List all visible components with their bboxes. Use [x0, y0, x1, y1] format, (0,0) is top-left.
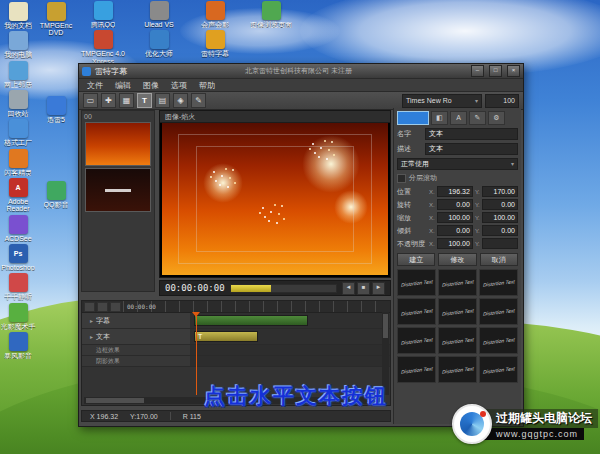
tool-button[interactable]: ▦ — [119, 93, 134, 108]
mute-icon[interactable] — [110, 302, 121, 312]
property-button[interactable]: 修改 — [438, 253, 476, 266]
text-track-lane[interactable]: T — [190, 329, 390, 344]
transform-y-field[interactable]: 100.00 — [482, 212, 518, 223]
maximize-button[interactable]: □ — [489, 65, 502, 77]
menu-item[interactable]: 图像 — [143, 80, 159, 91]
desktop-icon[interactable]: A Adobe Reader — [0, 178, 36, 213]
menu-item[interactable]: 文件 — [87, 80, 103, 91]
texture-style-tile[interactable]: Distortion Text — [479, 356, 518, 383]
playhead-line[interactable] — [196, 312, 197, 395]
desktop-icon[interactable]: 会声会影 — [192, 1, 238, 28]
desktop-icon[interactable]: 迅雷5 — [38, 96, 74, 123]
desktop-icon[interactable]: 图像浏览页面 — [248, 1, 294, 28]
desktop-icon[interactable]: 网上邻居 — [0, 61, 36, 88]
preview-canvas[interactable] — [162, 123, 388, 275]
desktop-icon[interactable]: 暴风影音 — [0, 332, 36, 359]
desktop-icon[interactable]: TMPGEnc DVD Author — [38, 2, 74, 38]
desktop-icon[interactable]: 我的电脑 — [0, 31, 36, 58]
property-button[interactable]: 建立 — [397, 253, 435, 266]
desktop-icon[interactable]: 腾讯QQ — [80, 1, 126, 28]
menu-bar: 文件 编辑 图像 选项 帮助 — [79, 79, 523, 92]
scrollbar-thumb[interactable] — [383, 314, 388, 338]
dark-thumbnail[interactable] — [85, 168, 151, 212]
desktop-icon[interactable]: 雷特字幕 — [192, 30, 238, 65]
transform-y-field[interactable] — [482, 238, 518, 249]
desktop-icon[interactable]: 我的文档 — [0, 2, 36, 29]
subtitle-clip[interactable] — [194, 315, 308, 326]
transport-button[interactable]: ■ — [357, 282, 370, 295]
eye-icon[interactable] — [84, 302, 95, 312]
texture-style-tile[interactable]: Distortion Text — [479, 298, 518, 325]
transform-x-field[interactable]: 196.32 — [437, 186, 473, 197]
texture-style-tile[interactable]: Distortion Text — [479, 269, 518, 296]
property-tab-icon[interactable]: ◧ — [431, 111, 448, 125]
playhead-handle[interactable] — [192, 312, 200, 317]
transform-x-field[interactable]: 0.00 — [437, 225, 473, 236]
scrollbar-thumb[interactable] — [86, 398, 144, 403]
tool-button[interactable]: ✎ — [191, 93, 206, 108]
minimize-button[interactable]: – — [471, 65, 484, 77]
tool-button[interactable]: ▤ — [155, 93, 170, 108]
tool-button[interactable]: ✚ — [101, 93, 116, 108]
text-clip[interactable]: T — [194, 331, 258, 342]
texture-style-tile[interactable]: Distortion Text — [438, 298, 477, 325]
desktop-icon[interactable]: 光影魔术手 — [0, 303, 36, 330]
texture-style-tile[interactable]: Distortion Text — [397, 269, 436, 296]
property-button[interactable]: 取消 — [480, 253, 518, 266]
texture-style-tile[interactable]: Distortion Text — [438, 269, 477, 296]
desktop-icon[interactable]: Ulead VS — [136, 1, 182, 28]
color-swatch[interactable] — [397, 111, 429, 125]
subtitle-track-lane[interactable] — [190, 313, 390, 328]
desktop-icon[interactable]: TMPGEnc 4.0 Xpress — [80, 30, 126, 65]
transport-button[interactable]: ◄ — [342, 282, 355, 295]
time-ruler[interactable]: 00:00:00 — [123, 301, 388, 312]
texture-style-tile[interactable]: Distortion Text — [438, 327, 477, 354]
desktop-icon[interactable]: 千千静听 — [0, 273, 36, 300]
name-field[interactable]: 文本 — [425, 128, 518, 140]
menu-item[interactable]: 编辑 — [115, 80, 131, 91]
texture-style-tile[interactable]: Distortion Text — [397, 327, 436, 354]
transform-x-field[interactable]: 100.00 — [437, 212, 473, 223]
desktop-icon[interactable]: 优化大师 — [136, 30, 182, 65]
font-size-field[interactable]: 100 — [485, 94, 519, 108]
property-tab-icon[interactable]: ✎ — [469, 111, 486, 125]
tool-button[interactable]: ▭ — [83, 93, 98, 108]
blend-mode-dropdown[interactable]: 正常使用 ▾ — [397, 158, 518, 170]
title-bar[interactable]: 雷特字幕 北京雷特世创科技有限公司 未注册 – □ × — [79, 64, 523, 79]
desktop-icon[interactable]: QQ影音 — [38, 181, 74, 208]
transform-x-field[interactable]: 0.00 — [437, 199, 473, 210]
fireworks-thumbnail[interactable] — [85, 122, 151, 166]
texture-style-tile[interactable]: Distortion Text — [397, 356, 436, 383]
description-field[interactable]: 文本 — [425, 143, 518, 155]
transport-button[interactable]: ► — [372, 282, 385, 295]
text-track-header[interactable]: ▸ 文本 — [82, 329, 190, 344]
texture-style-tile[interactable]: Distortion Text — [479, 327, 518, 354]
tool-button[interactable]: ◈ — [173, 93, 188, 108]
texture-style-tile[interactable]: Distortion Text — [397, 298, 436, 325]
transform-x-field[interactable]: 100.00 — [437, 238, 473, 249]
playback-progress-bar[interactable] — [230, 284, 337, 293]
texture-style-tile[interactable]: Distortion Text — [438, 356, 477, 383]
desktop-icon[interactable]: 格式工厂 — [0, 119, 36, 146]
desktop-icon[interactable]: 回收站 — [0, 90, 36, 117]
horizontal-text-tool-button[interactable]: T — [137, 93, 152, 108]
menu-item[interactable]: 帮助 — [199, 80, 215, 91]
transform-y-field[interactable]: 170.00 — [482, 186, 518, 197]
border-effect-label[interactable]: 边框效果 — [82, 345, 190, 355]
menu-item[interactable]: 选项 — [171, 80, 187, 91]
desktop-icon[interactable]: ACDSee — [0, 215, 36, 242]
property-tab-icon[interactable]: A — [450, 111, 467, 125]
desktop-icon[interactable]: Ps Photoshop — [0, 244, 36, 271]
shadow-effect-label[interactable]: 阴影效果 — [82, 356, 190, 366]
shadow-effect-lane[interactable] — [190, 356, 390, 366]
property-tab-icon[interactable]: ⚙ — [488, 111, 505, 125]
transform-y-field[interactable]: 0.00 — [482, 199, 518, 210]
font-family-dropdown[interactable]: Times New Ro ▾ — [402, 94, 482, 108]
subtitle-track-header[interactable]: ▸ 字幕 — [82, 313, 190, 328]
lock-icon[interactable] — [97, 302, 108, 312]
border-effect-lane[interactable] — [190, 345, 390, 355]
close-button[interactable]: × — [507, 65, 520, 77]
layer-scroll-checkbox[interactable] — [397, 174, 406, 183]
transform-y-field[interactable]: 0.00 — [482, 225, 518, 236]
desktop-icon[interactable]: 闪客精灵 — [0, 149, 36, 176]
